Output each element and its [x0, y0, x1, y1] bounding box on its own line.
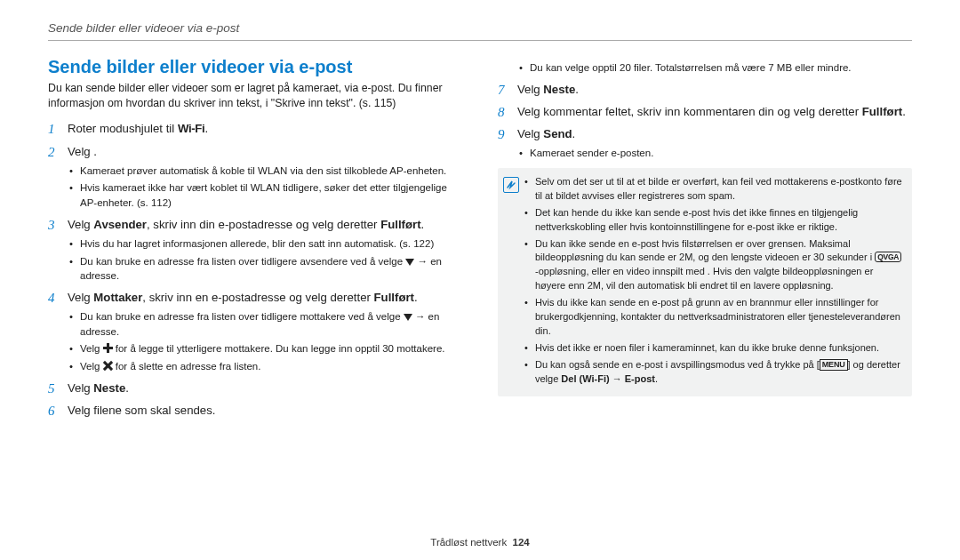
step-2-sub-1: Kameraet prøver automatisk å koble til W… — [68, 164, 462, 179]
note-4: Hvis du ikke kan sende en e-post på grun… — [523, 296, 903, 339]
right-column: Du kan velge opptil 20 filer. Totalstørr… — [498, 57, 912, 424]
step-9-sub: Kameraet sender e-posten. — [517, 146, 912, 161]
step-9: Velg Send. Kameraet sender e-posten. — [498, 125, 912, 161]
step-5: Velg Neste. — [48, 380, 462, 396]
footer-label: Trådløst nettverk — [430, 537, 507, 548]
section-title: Sende bilder eller videoer via e-post — [48, 57, 462, 77]
step-3-sub-2: Du kan bruke en adresse fra listen over … — [68, 254, 462, 284]
note-2: Det kan hende du ikke kan sende e-post h… — [523, 206, 903, 235]
breadcrumb: Sende bilder eller videoer via e-post — [48, 21, 912, 35]
steps-left: Roter modushjulet til Wi-Fi. Velg . Kame… — [48, 120, 462, 419]
intro-text: Du kan sende bilder eller videoer som er… — [48, 81, 462, 111]
dropdown-icon — [404, 314, 412, 321]
menu-chip-icon: MENU — [820, 359, 848, 371]
step-2: Velg . Kameraet prøver automatisk å kobl… — [48, 143, 462, 211]
plus-icon — [103, 343, 113, 353]
note-3: Du kan ikke sende en e-post hvis filstør… — [523, 237, 903, 294]
step-4-sub-1: Du kan bruke en adresse fra listen over … — [68, 309, 462, 339]
steps-right: Velg Neste. Velg kommentar feltet, skriv… — [498, 81, 912, 161]
page-number: 124 — [513, 537, 530, 548]
left-column: Sende bilder eller videoer via e-post Du… — [48, 57, 462, 424]
footer: Trådløst nettverk 124 — [0, 537, 960, 548]
note-box: Selv om det ser ut til at et bilde er ov… — [498, 168, 912, 396]
step-1: Roter modushjulet til Wi-Fi. — [48, 120, 462, 137]
step-3-sub-1: Hvis du har lagret informasjonen allered… — [68, 236, 462, 252]
step-2-sub-2: Hvis kameraet ikke har vært koblet til W… — [68, 180, 462, 210]
step-2-text: Velg . — [68, 145, 97, 158]
note-5: Hvis det ikke er noen filer i kameraminn… — [523, 341, 903, 356]
step-3: Velg Avsender, skriv inn din e-postadres… — [48, 216, 462, 284]
step-7: Velg Neste. — [498, 81, 912, 98]
step-8: Velg kommentar feltet, skriv inn komment… — [498, 103, 912, 120]
step-4-sub-2: Velg for å legge til ytterligere mottake… — [68, 341, 462, 356]
x-icon — [103, 361, 113, 371]
step-4-sub-3: Velg for å slette en adresse fra listen. — [68, 359, 462, 374]
dropdown-icon — [405, 259, 414, 266]
note-6: Du kan også sende en e-post i avspilling… — [523, 358, 903, 387]
step-1-text: Roter modushjulet til — [68, 122, 178, 135]
note-icon — [503, 175, 523, 389]
step-6-sub: Du kan velge opptil 20 filer. Totalstørr… — [517, 60, 912, 76]
wifi-icon: Wi-Fi — [178, 122, 205, 135]
qvga-chip-icon: QVGA — [875, 252, 901, 262]
step-4: Velg Mottaker, skriv inn en e-postadress… — [48, 289, 462, 374]
note-1: Selv om det ser ut til at et bilde er ov… — [523, 175, 903, 204]
divider — [48, 40, 912, 41]
step-6: Velg filene som skal sendes. — [48, 402, 462, 419]
